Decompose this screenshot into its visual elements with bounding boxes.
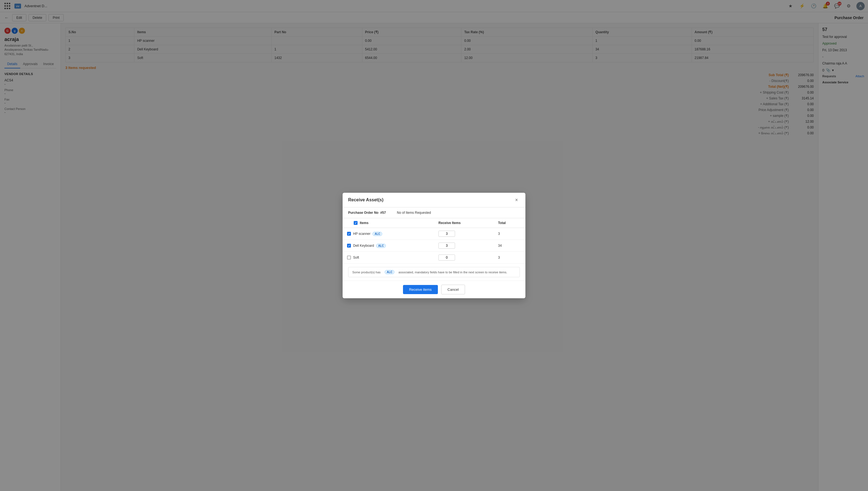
modal-table-row: ✓ HP scanner ALC 3 (343, 228, 525, 240)
dell-keyboard-checkbox[interactable]: ✓ (347, 244, 351, 248)
soft-name: Soft (353, 256, 359, 259)
page-background: vv Adventnet D... ★ ⚡ 🕐 🔔 3 💬 24 ⚙ A ← E… (0, 0, 868, 491)
dell-alc-badge: ALC (376, 244, 386, 248)
notice-alc-badge: ALC (385, 270, 395, 274)
modal-col-total: Total (494, 218, 525, 228)
cancel-button[interactable]: Cancel (441, 285, 465, 294)
soft-total: 3 (494, 252, 525, 264)
soft-checkbox[interactable] (347, 256, 351, 259)
hp-scanner-name: HP scanner (353, 232, 370, 236)
items-requested-info: No of Items Requested (397, 211, 431, 214)
dell-qty-input[interactable] (438, 242, 455, 249)
po-number-info: Purchase Order No #57 (348, 211, 386, 214)
modal-title: Receive Asset(s) (348, 198, 383, 202)
receive-assets-modal: Receive Asset(s) × Purchase Order No #57… (343, 193, 525, 298)
modal-close-button[interactable]: × (513, 197, 520, 203)
select-all-checkbox[interactable]: ✓ (354, 221, 357, 225)
hp-qty-input[interactable] (438, 231, 455, 237)
modal-header: Receive Asset(s) × (343, 193, 525, 207)
hp-alc-badge: ALC (373, 232, 382, 236)
modal-overlay: Receive Asset(s) × Purchase Order No #57… (0, 0, 868, 491)
modal-col-receive-items: Receive Items (434, 218, 494, 228)
modal-items-table: ✓ Items Receive Items Total (343, 218, 525, 264)
hp-total: 3 (494, 228, 525, 240)
dell-keyboard-name: Dell Keyboard (353, 244, 374, 248)
modal-footer: Receive items Cancel (343, 281, 525, 298)
dell-total: 34 (494, 240, 525, 252)
soft-qty-input[interactable] (438, 255, 455, 261)
modal-col-items: ✓ Items (343, 218, 434, 228)
modal-subheader: Purchase Order No #57 No of Items Reques… (343, 207, 525, 218)
modal-table-row: ✓ Dell Keyboard ALC 34 (343, 240, 525, 252)
modal-table-row: Soft 3 (343, 252, 525, 264)
hp-scanner-checkbox[interactable]: ✓ (347, 232, 351, 236)
modal-notice: Some product(s) has ALC associated, mand… (348, 267, 520, 277)
receive-items-button[interactable]: Receive items (403, 285, 438, 294)
